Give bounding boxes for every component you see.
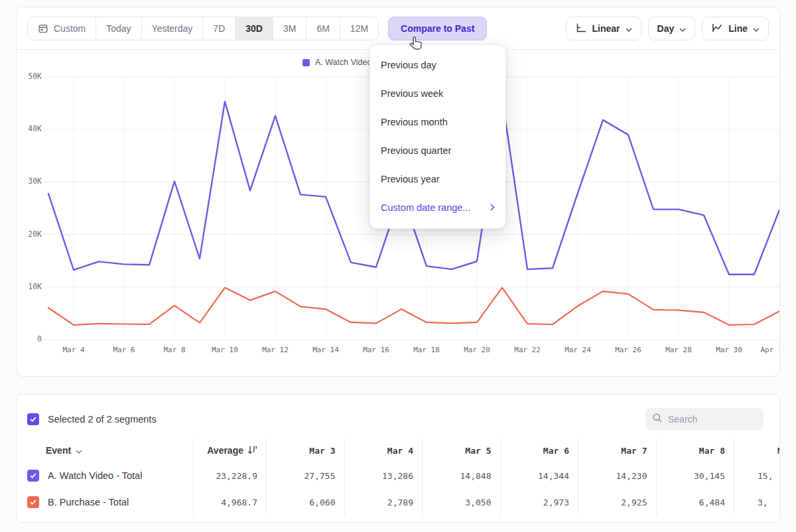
cell-value: 27,755 (266, 462, 344, 489)
menu-item-previous-year[interactable]: Previous year (370, 165, 505, 193)
linear-scale-icon (575, 23, 587, 35)
cell-value: 2,789 (344, 489, 423, 515)
hand-cursor-icon (408, 35, 425, 56)
select-all-checkbox[interactable] (27, 413, 39, 425)
chevron-down-icon (679, 23, 686, 34)
row-checkbox-watch-video[interactable] (27, 470, 39, 482)
cell-value: 2,973 (500, 489, 578, 515)
search-input[interactable] (668, 414, 757, 425)
check-icon (29, 498, 37, 506)
preset-30d-selected[interactable]: 30D (235, 17, 273, 40)
menu-item-previous-quarter[interactable]: Previous quarter (370, 136, 505, 165)
cell-value: 2,925 (578, 489, 656, 515)
chart-card: Custom Today Yesterday 7D 30D 3M 6M 12M … (16, 7, 780, 377)
cell-value: 30,145 (656, 462, 734, 489)
x-axis-label: Mar 18 (403, 346, 450, 354)
event-column-header[interactable]: Event (17, 438, 193, 462)
x-axis-label: Mar 26 (605, 346, 651, 354)
preset-yesterday[interactable]: Yesterday (142, 17, 204, 40)
cell-average: 23,228.9 (193, 462, 266, 489)
column-header-mar-6[interactable]: Mar 6 (500, 438, 578, 462)
menu-item-previous-month[interactable]: Previous month (370, 107, 505, 136)
sort-descending-icon[interactable] (247, 445, 257, 456)
preset-custom-label: Custom (54, 23, 86, 34)
cell-value: 6,060 (266, 489, 344, 515)
calendar-icon (38, 23, 48, 34)
x-axis-label: Mar 6 (101, 346, 147, 354)
segments-bar: Selected 2 of 2 segments (17, 405, 779, 433)
chevron-down-icon (626, 23, 632, 34)
series-a-swatch (302, 59, 310, 66)
x-axis-label: Mar 4 (50, 346, 97, 354)
cell-value: 14,230 (578, 462, 656, 489)
x-axis-label: Mar 24 (555, 346, 601, 354)
cell-value: 14,848 (422, 462, 500, 489)
column-header-mar-4[interactable]: Mar 4 (344, 438, 423, 462)
chevron-down-icon (753, 23, 760, 34)
preset-custom[interactable]: Custom (28, 17, 96, 40)
analytics-page: { "toolbar": { "presets": [ {"label": "C… (0, 0, 796, 532)
x-axis-label: Mar 8 (151, 346, 198, 354)
compare-to-past-button[interactable]: Compare to Past (388, 17, 487, 40)
check-icon (29, 472, 37, 480)
preset-7d[interactable]: 7D (203, 17, 235, 40)
row-checkbox-purchase[interactable] (27, 496, 39, 508)
menu-item-custom-date-range[interactable]: Custom date range... (370, 193, 505, 222)
segments-table-card: Selected 2 of 2 segments Event Average (16, 394, 780, 523)
column-header-clipped[interactable]: M (734, 438, 780, 462)
chevron-down-icon (76, 445, 82, 456)
cell-value-clipped: 15, (734, 462, 780, 489)
column-header-mar-8[interactable]: Mar 8 (656, 438, 734, 462)
x-axis-label: Mar 14 (302, 346, 349, 354)
x-axis-label: Mar 28 (655, 346, 702, 354)
preset-today[interactable]: Today (96, 17, 141, 40)
cell-value: 3,050 (422, 489, 500, 515)
x-axis-label: Mar 20 (454, 346, 500, 354)
table-row-watch-video[interactable]: A. Watch Video - Total (17, 462, 193, 489)
scale-dropdown-button[interactable]: Linear (566, 17, 641, 40)
chart-type-dropdown-button[interactable]: Line (702, 17, 769, 40)
x-axis-label: Apr 1 (748, 346, 780, 354)
cell-value: 6,484 (656, 489, 734, 515)
column-header-mar-3[interactable]: Mar 3 (266, 438, 344, 462)
check-icon (29, 415, 37, 423)
cell-value-clipped: 3, (734, 489, 780, 515)
preset-12m[interactable]: 12M (340, 17, 378, 40)
search-icon (652, 413, 663, 426)
x-axis-label: Mar 22 (504, 346, 551, 354)
column-header-mar-7[interactable]: Mar 7 (578, 438, 656, 462)
compare-to-past-menu: Previous day Previous week Previous mont… (369, 44, 506, 229)
segments-table: Event Average Mar 3 Mar 4 Mar 5 Mar 6 Ma… (17, 438, 780, 515)
x-axis-label: Mar 10 (202, 346, 248, 354)
cell-average: 4,968.7 (193, 489, 266, 515)
column-header-mar-5[interactable]: Mar 5 (422, 438, 500, 462)
x-axis-label: Mar 30 (706, 346, 752, 354)
cell-value: 14,344 (500, 462, 578, 489)
x-axis-label: Mar 16 (353, 346, 399, 354)
preset-6m[interactable]: 6M (306, 17, 340, 40)
search-box (645, 408, 763, 431)
menu-item-previous-day[interactable]: Previous day (370, 50, 505, 79)
line-chart-icon (711, 23, 723, 35)
cell-value: 13,286 (344, 462, 423, 489)
series-line-1 (48, 288, 779, 325)
preset-3m[interactable]: 3M (273, 17, 306, 40)
selected-segments-text: Selected 2 of 2 segments (48, 414, 157, 425)
average-column-header[interactable]: Average (193, 438, 266, 462)
menu-item-previous-week[interactable]: Previous week (370, 79, 505, 107)
x-axis-label: Mar 12 (252, 346, 298, 354)
chart-toolbar: Custom Today Yesterday 7D 30D 3M 6M 12M … (17, 7, 779, 49)
interval-dropdown-button[interactable]: Day (648, 17, 696, 40)
date-range-segmented-control: Custom Today Yesterday 7D 30D 3M 6M 12M (27, 17, 379, 40)
chart-display-controls: Linear Day Line (566, 17, 769, 40)
chevron-right-icon (490, 202, 495, 213)
table-row-purchase[interactable]: B. Purchase - Total (17, 489, 193, 515)
